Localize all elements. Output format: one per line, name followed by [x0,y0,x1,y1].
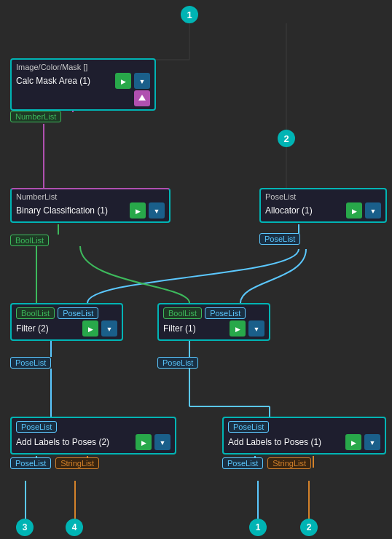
down-arrow-icon-al2 [160,438,166,446]
boollist-out: BoolList [10,235,49,246]
calc-play-button[interactable] [115,73,131,89]
play-icon-al1 [351,438,356,446]
binary-arrow-button[interactable] [149,202,165,219]
play-icon-alloc [352,207,357,215]
addlabels1-out-string: StringList [267,457,311,469]
play-icon-binary [136,207,141,215]
binary-play-button[interactable] [130,202,146,219]
node-allocator: PoseList Allocator (1) [259,188,387,223]
calc-extra-icon [134,90,150,106]
addlabels1-out-pose: PoseList [222,457,263,469]
svg-marker-25 [138,95,146,101]
node-filter1-label: Filter (1) [163,323,227,334]
node-calc-title: Image/Color/Mask [] [16,63,150,71]
filter1-play-button[interactable] [230,320,246,337]
down-arrow-icon-f2 [106,325,113,333]
down-arrow-icon-alloc [370,207,377,215]
filter1-pose-tag: PoseList [205,307,246,319]
down-arrow-icon-f1 [254,325,260,333]
play-icon-f2 [88,325,93,333]
node-binary-label: Binary Classification (1) [16,205,127,216]
node-calc-mask-area: Image/Color/Mask [] Calc Mask Area (1) [10,58,156,111]
play-icon-f1 [235,325,240,333]
down-arrow-icon-binary [154,207,160,215]
poselist-filter2-out: PoseList [10,357,51,369]
allocator-play-button[interactable] [346,202,362,219]
badge-2-mid: 2 [278,130,295,147]
poselist-alloc-out: PoseList [259,233,300,245]
node-filter-2: BoolList PoseList Filter (2) [10,303,123,341]
numberlist-out-1: NumberList [10,111,61,122]
node-filter2-label: Filter (2) [16,323,79,334]
addlabels1-play-button[interactable] [345,434,361,450]
node-addlabels1-label: Add Labels to Poses (1) [228,437,342,447]
addlabels2-pose-tag: PoseList [16,421,57,433]
node-calc-label: Calc Mask Area (1) [16,76,112,86]
addlabels1-pose-tag: PoseList [228,421,269,433]
filter2-pose-tag: PoseList [58,307,98,319]
filter2-arrow-button[interactable] [101,320,117,337]
badge-1-top: 1 [181,6,198,23]
filter2-bool-tag: BoolList [16,307,55,319]
node-allocator-title: PoseList [265,192,381,201]
node-binary-title: NumberList [16,192,165,201]
node-addlabels-2: PoseList Add Labels to Poses (2) [10,417,176,455]
badge-2-bot: 2 [300,519,318,536]
addlabels2-out-pose: PoseList [10,457,51,469]
node-addlabels2-label: Add Labels to Poses (2) [16,437,133,447]
calc-arrow-button[interactable] [134,73,150,89]
filter2-play-button[interactable] [82,320,98,337]
allocator-arrow-button[interactable] [365,202,381,219]
poselist-filter1-out: PoseList [157,357,198,369]
addlabels1-arrow-button[interactable] [364,434,380,450]
play-icon-al2 [141,438,146,446]
badge-4-bot: 4 [66,519,83,536]
node-binary-classification: NumberList Binary Classification (1) [10,188,170,223]
node-filter-1: BoolList PoseList Filter (1) [157,303,270,341]
filter1-bool-tag: BoolList [163,307,202,319]
node-allocator-label: Allocator (1) [265,205,343,216]
filter1-arrow-button[interactable] [248,320,264,337]
play-icon [121,77,126,85]
down-arrow-icon-al1 [369,438,376,446]
badge-3-bot: 3 [16,519,34,536]
addlabels2-play-button[interactable] [136,434,152,450]
addlabels2-arrow-button[interactable] [154,434,170,450]
addlabels2-out-string: StringList [55,457,99,469]
badge-1-bot: 1 [249,519,267,536]
down-arrow-icon [139,77,146,85]
node-addlabels-1: PoseList Add Labels to Poses (1) [222,417,386,455]
